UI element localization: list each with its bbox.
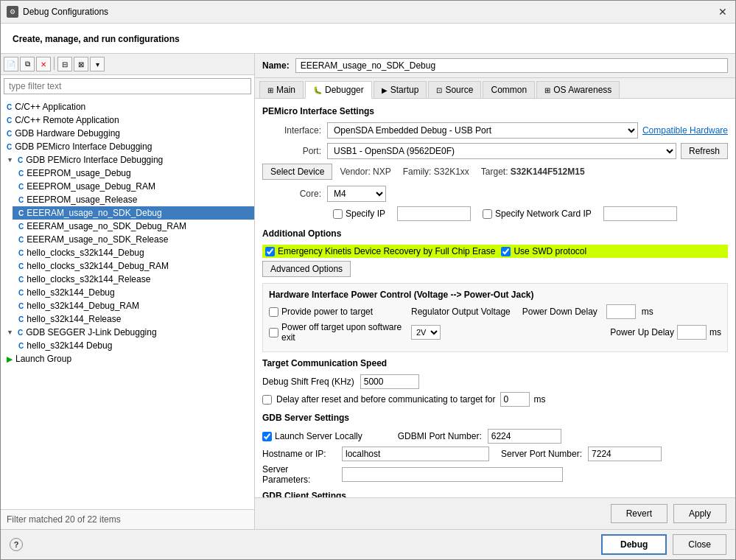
server-port-input[interactable] [588,447,662,461]
sidebar-item-hello-clocks-release[interactable]: C hello_clocks_s32k144_Release [13,273,254,286]
sidebar-item-launch-group[interactable]: ▶ Launch Group [1,352,254,365]
specify-ip-checkbox[interactable] [333,209,343,219]
power-up-input[interactable] [677,325,707,340]
swd-checkbox-label[interactable]: Use SWD protocol [501,246,586,256]
power-off-checkbox[interactable] [269,328,278,337]
c-icon: C [18,169,24,178]
sidebar-item-eeram-no-sdk-debug-ram[interactable]: C EEERAM_usage_no_SDK_Debug_RAM [13,220,254,233]
sidebar-item-cpp-app[interactable]: C C/C++ Application [1,100,254,113]
port-select-wrap: USB1 - OpenSDA (9562DE0F) Refresh [327,143,728,159]
sidebar-item-label: EEERAM_usage_no_SDK_Release [27,234,168,245]
sidebar-item-hello-clocks-debug[interactable]: C hello_clocks_s32k144_Debug [13,246,254,259]
sidebar-item-hello-s32k144-debug2[interactable]: C hello_s32k144 Debug [13,339,254,352]
delete-config-button[interactable]: ✕ [36,57,51,71]
main-tab-icon: ⊞ [267,86,273,94]
target-comm-title: Target Communication Speed [262,358,728,368]
filter-box [1,75,254,97]
close-window-button[interactable]: ✕ [716,5,729,18]
provide-power-checkbox[interactable] [269,307,278,317]
specify-ip-input[interactable] [397,206,471,221]
server-params-input[interactable] [342,467,563,482]
sidebar-item-hello-s32k144-debug-ram[interactable]: C hello_s32k144_Debug_RAM [13,299,254,312]
sidebar-item-cpp-remote[interactable]: C C/C++ Remote Application [1,113,254,127]
sidebar-item-eeram-no-sdk-release[interactable]: C EEERAM_usage_no_SDK_Release [13,233,254,246]
sidebar-item-gdb-pemicro-iface[interactable]: C GDB PEMicro Interface Debugging [1,140,254,153]
regulator-label: Regulator Output Voltage [411,307,511,317]
tab-startup[interactable]: ▶ Startup [374,81,427,98]
tab-common[interactable]: Common [483,81,535,98]
sidebar-item-label: hello_clocks_s32k144_Debug_RAM [27,261,169,271]
sidebar-item-gdb-hardware[interactable]: C GDB Hardware Debugging [1,127,254,140]
swd-checkbox[interactable] [501,247,511,256]
window-header: Create, manage, and run configurations [1,24,735,54]
freq-input[interactable] [360,374,419,389]
tab-debugger[interactable]: 🐛 Debugger [305,81,372,99]
server-port-label: Server Port Number: [501,449,582,459]
apply-button[interactable]: Apply [673,504,726,523]
tab-os-awareness[interactable]: ⊞ OS Awareness [536,81,620,98]
sidebar-item-eeeprom-debug-ram[interactable]: C EEEPROM_usage_Debug_RAM [13,180,254,193]
collapse-all-button[interactable]: ⊠ [74,57,88,71]
target-label: Target: [481,167,508,177]
launch-locally-row: Launch Server Locally GDBMI Port Number: [262,429,728,444]
help-button[interactable]: ? [10,538,23,551]
target-comm-section: Target Communication Speed Debug Shift F… [262,358,728,407]
c-icon: C [18,302,24,310]
refresh-button[interactable]: Refresh [681,143,728,159]
c-icon: C [18,183,24,191]
c-icon: C [18,342,24,350]
sidebar-item-gdb-segger[interactable]: ▼ C GDB SEGGER J-Link Debugging [1,326,254,339]
sidebar-item-label: EEEPROM_usage_Debug [27,168,130,178]
sidebar-item-label: hello_s32k144_Debug_RAM [27,301,139,311]
close-button[interactable]: Close [673,534,726,555]
dropdown-button[interactable]: ▾ [90,57,105,71]
sidebar-item-hello-clocks-debug-ram[interactable]: C hello_clocks_s32k144_Debug_RAM [13,259,254,273]
specify-network-checkbox-label[interactable]: Specify Network Card IP [483,209,592,219]
specify-network-ip-input[interactable] [603,206,677,221]
delay-checkbox[interactable] [262,395,272,405]
tab-bar: ⊞ Main 🐛 Debugger ▶ Startup ⊡ Source Com… [255,78,735,99]
emergency-checkbox-label[interactable]: Emergency Kinetis Device Recovery by Ful… [265,246,495,256]
sidebar-item-eeeprom-release[interactable]: C EEEPROM_usage_Release [13,193,254,206]
specify-ip-checkbox-label[interactable]: Specify IP [333,209,385,219]
emergency-label: Emergency Kinetis Device Recovery by Ful… [278,246,495,256]
delay-input[interactable] [500,392,530,407]
provide-power-checkbox-label[interactable]: Provide power to target [269,307,405,317]
voltage-select[interactable]: 2V [411,325,441,340]
power-off-checkbox-label[interactable]: Power off target upon software exit [269,322,405,343]
sidebar-item-eeeprom-debug[interactable]: C EEEPROM_usage_Debug [13,167,254,180]
device-info: Vendor: NXP Family: S32K1xx Target: S32K… [340,167,584,177]
emergency-checkbox[interactable] [265,247,275,256]
port-select[interactable]: USB1 - OpenSDA (9562DE0F) [327,143,676,159]
power-down-input[interactable] [606,304,636,319]
core-select[interactable]: M4 [327,186,386,202]
interface-row: Interface: OpenSDA Embedded Debug - USB … [262,122,728,139]
sidebar-item-hello-s32k144-release[interactable]: C hello_s32k144_Release [13,312,254,326]
filter-input[interactable] [4,78,251,94]
hostname-input[interactable] [342,447,489,461]
tab-source[interactable]: ⊡ Source [428,81,481,98]
launch-locally-checkbox-label[interactable]: Launch Server Locally [262,431,362,441]
sidebar-item-hello-s32k144-debug[interactable]: C hello_s32k144_Debug [13,286,254,299]
tab-main[interactable]: ⊞ Main [259,81,304,98]
launch-locally-checkbox[interactable] [262,432,272,441]
copy-config-button[interactable]: ⧉ [20,57,35,71]
revert-button[interactable]: Revert [611,504,667,523]
advanced-options-button[interactable]: Advanced Options [262,261,351,277]
filter-status: Filter matched 20 of 22 items [7,514,121,525]
sidebar-item-eeram-no-sdk-debug[interactable]: C EEERAM_usage_no_SDK_Debug [13,206,254,220]
provide-power-row: Provide power to target Regulator Output… [269,304,721,319]
interface-select[interactable]: OpenSDA Embedded Debug - USB Port [327,122,638,139]
sidebar-item-gdb-pemicro-expanded[interactable]: ▼ C GDB PEMicro Interface Debugging [1,153,254,167]
pemicro-section-title: PEMicro Interface Settings [262,106,728,116]
filter-collapse-button[interactable]: ⊟ [57,57,72,71]
gdbmi-port-input[interactable] [488,429,561,444]
delay-checkbox-label[interactable] [262,395,272,405]
hostname-label: Hostname or IP: [262,449,336,459]
name-input[interactable] [295,58,728,73]
new-config-button[interactable]: 📄 [4,57,18,71]
select-device-button[interactable]: Select Device [262,164,332,180]
specify-network-checkbox[interactable] [483,209,492,219]
compatible-hardware-link[interactable]: Compatible Hardware [642,125,728,136]
debug-button[interactable]: Debug [601,534,667,555]
